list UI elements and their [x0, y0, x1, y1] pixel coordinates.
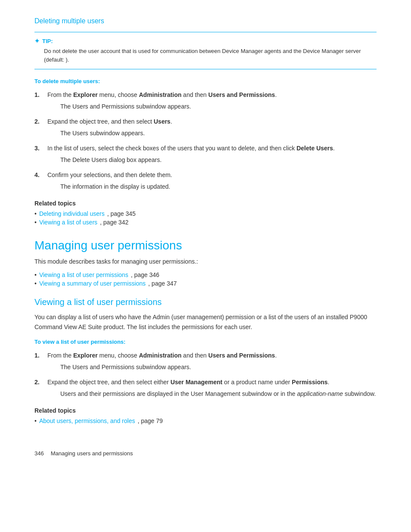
view-related-heading: Related topics — [34, 407, 377, 414]
view-step-2-bold-2: Permissions — [292, 379, 327, 386]
view-step-1: 1. From the Explorer menu, choose Admini… — [34, 351, 377, 372]
managing-user-permissions-heading: Managing user permissions — [34, 239, 377, 252]
managing-link-page-1: , page 346 — [131, 271, 159, 278]
related-link-1[interactable]: Deleting individual users — [39, 210, 105, 217]
view-step-2-note: Users and their permissions are displaye… — [60, 389, 377, 398]
tip-label-text: TIP: — [42, 38, 53, 44]
step-4: 4. Confirm your selections, and then del… — [34, 171, 377, 191]
footer-text: Managing users and permissions — [51, 450, 133, 457]
step-1-bold-2: Administration — [139, 91, 181, 98]
step-3-num: 3. — [34, 144, 42, 165]
tip-box: ✦ TIP: Do not delete the user account th… — [34, 32, 377, 69]
view-step-1-bold-3: Users and Permissions — [209, 352, 275, 359]
step-1-bold-3: Users and Permissions — [209, 91, 275, 98]
view-step-2-content: Expand the object tree, and then select … — [47, 378, 377, 398]
step-3-bold-1: Delete Users — [296, 145, 333, 152]
view-step-1-bold-1: Explorer — [73, 352, 98, 359]
deleting-multiple-users-heading: Deleting multiple users — [34, 17, 377, 25]
step-1-note: The Users and Permissions subwindow appe… — [60, 102, 377, 111]
view-related-page-1: , page 79 — [137, 417, 162, 424]
step-2-bold-1: Users — [154, 118, 171, 125]
step-3-note: The Delete Users dialog box appears. — [60, 156, 377, 165]
related-page-1: , page 345 — [107, 210, 136, 217]
related-link-2[interactable]: Viewing a list of users — [39, 219, 97, 226]
step-4-note: The information in the display is update… — [60, 182, 377, 191]
viewing-list-heading: Viewing a list of user permissions — [34, 297, 377, 307]
view-list-steps: 1. From the Explorer menu, choose Admini… — [34, 351, 377, 398]
footer-page-number: 346 — [34, 450, 44, 457]
step-2-num: 2. — [34, 117, 42, 138]
step-2: 2. Expand the object tree, and then sele… — [34, 117, 377, 138]
managing-link-item-2: Viewing a summary of user permissions, p… — [34, 280, 377, 287]
step-2-note: The Users subwindow appears. — [60, 129, 377, 138]
view-related-link-1[interactable]: About users, permissions, and roles — [39, 417, 135, 424]
step-1-bold-1: Explorer — [73, 91, 98, 98]
step-2-content: Expand the object tree, and then select … — [47, 117, 377, 138]
step-3: 3. In the list of users, select the chec… — [34, 144, 377, 165]
step-3-content: In the list of users, select the check b… — [47, 144, 377, 165]
step-4-content: Confirm your selections, and then delete… — [47, 171, 377, 191]
view-step-1-bold-2: Administration — [139, 352, 181, 359]
managing-intro: This module describes tasks for managing… — [34, 257, 377, 266]
view-step-1-content: From the Explorer menu, choose Administr… — [47, 351, 377, 372]
step-4-num: 4. — [34, 171, 42, 191]
managing-link-2[interactable]: Viewing a summary of user permissions — [39, 280, 146, 287]
footer: 346 Managing users and permissions — [34, 450, 377, 457]
managing-links-list: Viewing a list of user permissions, page… — [34, 271, 377, 287]
view-related-list: About users, permissions, and roles , pa… — [34, 417, 377, 424]
related-item-1: Deleting individual users, page 345 — [34, 210, 377, 217]
step-1-content: From the Explorer menu, choose Administr… — [47, 90, 377, 111]
delete-related-list: Deleting individual users, page 345 View… — [34, 210, 377, 226]
step-1-num: 1. — [34, 90, 42, 111]
tip-label: ✦ TIP: — [34, 37, 377, 44]
delete-related-heading: Related topics — [34, 200, 377, 207]
view-step-2: 2. Expand the object tree, and then sele… — [34, 378, 377, 398]
managing-link-item-1: Viewing a list of user permissions, page… — [34, 271, 377, 278]
view-list-task-heading: To view a list of user permissions: — [34, 339, 377, 345]
view-related-item-1: About users, permissions, and roles , pa… — [34, 417, 377, 424]
view-step-2-num: 2. — [34, 378, 42, 398]
step-1: 1. From the Explorer menu, choose Admini… — [34, 90, 377, 111]
delete-multiple-steps: 1. From the Explorer menu, choose Admini… — [34, 90, 377, 191]
tip-icon: ✦ — [34, 37, 40, 44]
managing-link-1[interactable]: Viewing a list of user permissions — [39, 271, 128, 278]
view-step-2-bold-1: User Management — [171, 379, 223, 386]
delete-multiple-task-heading: To delete multiple users: — [34, 78, 377, 84]
view-step-1-note: The Users and Permissions subwindow appe… — [60, 363, 377, 372]
related-item-2: Viewing a list of users, page 342 — [34, 219, 377, 226]
managing-link-page-2: , page 347 — [148, 280, 177, 287]
tip-content: Do not delete the user account that is u… — [34, 47, 377, 64]
related-page-2: , page 342 — [100, 219, 128, 226]
viewing-list-description: You can display a list of users who have… — [34, 312, 377, 332]
view-step-1-num: 1. — [34, 351, 42, 372]
